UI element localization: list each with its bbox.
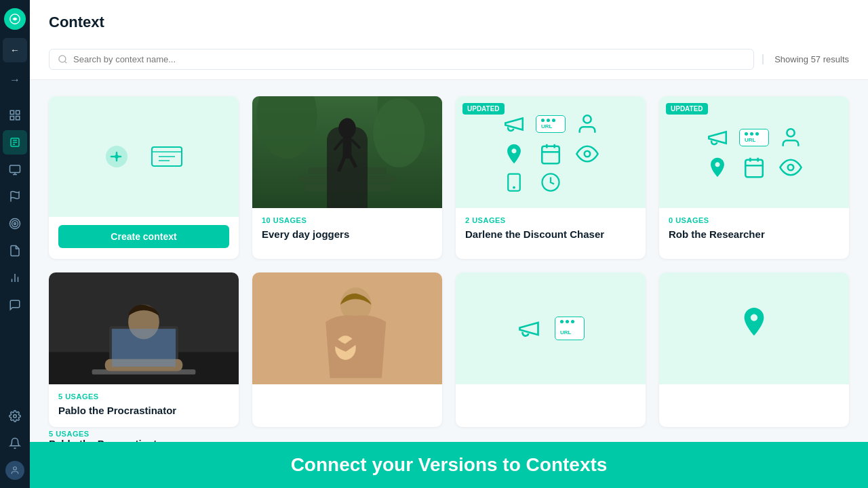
sidebar-item-monitor[interactable] <box>3 157 27 182</box>
svg-rect-29 <box>304 184 390 191</box>
card-darlene-usages: 2 USAGES <box>465 216 636 224</box>
card-returner-image: URL <box>456 272 646 384</box>
sidebar-item-target[interactable] <box>3 211 27 236</box>
svg-point-32 <box>338 118 355 139</box>
card-desparado-image <box>659 272 849 384</box>
svg-line-37 <box>351 140 360 148</box>
svg-rect-33 <box>343 137 352 159</box>
create-card-image <box>49 96 239 217</box>
card-darlene-title: Darlene the Discount Chaser <box>465 228 636 241</box>
card-pablo-image <box>49 272 239 384</box>
svg-point-15 <box>14 223 16 225</box>
page-header: Context <box>30 0 868 39</box>
card-mother-body <box>252 384 442 415</box>
svg-point-41 <box>583 115 591 123</box>
create-context-card[interactable]: Create context <box>49 96 239 259</box>
svg-rect-4 <box>16 117 20 120</box>
sidebar-item-flag[interactable] <box>3 184 27 209</box>
back-button[interactable]: ← <box>3 38 27 62</box>
sidebar-item-notification[interactable] <box>3 431 27 455</box>
card-desparado-body <box>659 384 849 415</box>
search-box[interactable] <box>49 49 754 70</box>
card-returner[interactable]: URL <box>456 272 646 427</box>
svg-rect-42 <box>542 146 559 163</box>
svg-rect-1 <box>10 110 14 114</box>
svg-point-46 <box>585 150 591 157</box>
connect-versions-banner: Connect your Versions to Contexts <box>30 442 868 488</box>
card-desparado-usages <box>669 392 840 402</box>
card-pablo-body: 5 USAGES Pablo the Procrastinator <box>49 384 239 427</box>
darlene-badge: UPDATED <box>462 103 505 115</box>
cards-grid: Create context <box>49 96 849 427</box>
svg-point-21 <box>59 56 66 62</box>
returner-illustration: URL <box>517 272 585 384</box>
card-darlene[interactable]: UPDATED URL <box>456 96 646 259</box>
card-mother[interactable] <box>252 272 442 427</box>
card-returner-body <box>456 384 646 415</box>
cards-grid-container: Create context <box>30 80 868 488</box>
svg-rect-31 <box>309 167 387 174</box>
card-joggers[interactable]: 10 USAGES Every day joggers <box>252 96 442 259</box>
card-rob-body: 0 USAGES Rob the Researcher <box>659 208 849 251</box>
main-content: Context Showing 57 results <box>30 0 868 488</box>
card-joggers-usages: 10 USAGES <box>262 216 433 224</box>
rob-badge: UPDATED <box>666 103 708 115</box>
card-pablo[interactable]: 5 USAGES Pablo the Procrastinator <box>49 272 239 427</box>
search-icon <box>58 54 68 64</box>
search-input[interactable] <box>73 54 745 64</box>
svg-point-40 <box>373 98 425 167</box>
svg-rect-9 <box>10 165 20 173</box>
results-count: Showing 57 results <box>762 54 849 64</box>
darlene-illustration: URL <box>486 106 616 199</box>
desparado-illustration <box>737 272 771 384</box>
page-title: Context <box>49 14 849 31</box>
sidebar: ← → <box>0 0 30 488</box>
toolbar: Showing 57 results <box>30 39 868 80</box>
svg-line-22 <box>64 61 66 63</box>
sidebar-item-chart[interactable] <box>3 266 27 290</box>
svg-rect-30 <box>300 176 395 183</box>
sidebar-item-docs[interactable] <box>3 239 27 263</box>
svg-line-34 <box>338 150 347 171</box>
create-illustration <box>103 139 184 174</box>
rob-illustration: URL <box>689 119 819 186</box>
svg-point-20 <box>14 467 17 470</box>
pablo-usages-label: 5 USAGES <box>49 430 239 438</box>
sidebar-item-analytics[interactable] <box>3 103 27 127</box>
svg-rect-51 <box>745 159 763 176</box>
svg-line-35 <box>347 150 356 167</box>
card-rob-usages: 0 USAGES <box>669 216 840 224</box>
card-pablo-usages: 5 USAGES <box>58 392 229 401</box>
svg-point-14 <box>12 221 18 227</box>
card-mother-image <box>252 272 442 384</box>
svg-rect-2 <box>16 110 20 114</box>
app-logo[interactable] <box>4 8 26 30</box>
svg-point-19 <box>14 415 17 418</box>
user-avatar[interactable] <box>5 461 24 480</box>
card-joggers-body: 10 USAGES Every day joggers <box>252 208 442 251</box>
svg-point-55 <box>788 164 794 170</box>
svg-rect-3 <box>10 117 14 120</box>
create-context-button[interactable]: Create context <box>58 225 229 248</box>
svg-line-36 <box>334 140 343 150</box>
card-pablo-title: Pablo the Procrastinator <box>58 404 229 418</box>
card-desparado[interactable] <box>659 272 849 427</box>
card-darlene-image: UPDATED URL <box>456 96 646 208</box>
sidebar-item-context[interactable] <box>3 130 27 155</box>
card-mother-usages <box>262 392 433 402</box>
card-rob[interactable]: UPDATED URL 0 USAGES <box>659 96 849 259</box>
card-rob-image: UPDATED URL <box>659 96 849 208</box>
banner-text: Connect your Versions to Contexts <box>291 454 608 476</box>
sidebar-item-settings[interactable] <box>3 404 27 428</box>
card-returner-usages <box>465 392 636 402</box>
svg-point-50 <box>787 129 794 136</box>
card-joggers-title: Every day joggers <box>262 228 433 241</box>
card-joggers-image <box>252 96 442 208</box>
card-rob-title: Rob the Researcher <box>669 228 840 241</box>
sidebar-item-forward[interactable]: → <box>3 68 27 92</box>
svg-rect-63 <box>112 329 176 367</box>
card-darlene-body: 2 USAGES Darlene the Discount Chaser <box>456 208 646 251</box>
create-button-wrapper: Create context <box>49 217 239 259</box>
sidebar-item-chat[interactable] <box>3 293 27 317</box>
